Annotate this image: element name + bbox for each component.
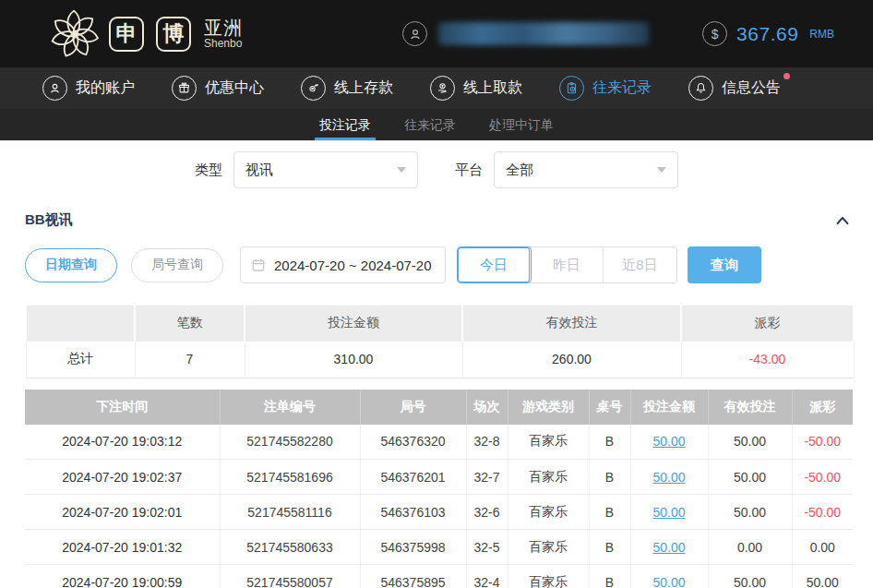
bet-records-table: 下注时间 注单编号 局号 场次 游戏类别 桌号 投注金额 有效投注 派彩 202… (25, 390, 853, 588)
date-query-button[interactable]: 日期查询 (25, 248, 117, 282)
tab-pending-orders[interactable]: 处理中订单 (485, 109, 557, 140)
chevron-down-icon (657, 167, 666, 173)
header-game-type: 游戏类别 (508, 390, 589, 425)
quick-date-segment: 今日 昨日 近8日 (457, 246, 677, 283)
nav-item-promotions[interactable]: 优惠中心 (172, 76, 264, 101)
date-range-input[interactable]: 2024-07-20 ~ 2024-07-20 (240, 246, 446, 283)
cell-session: 32-8 (466, 425, 508, 460)
cell-order-no: 521745581116 (220, 495, 360, 530)
summary-header-valid-bet: 有效投注 (462, 305, 681, 341)
bet-amount-link[interactable]: 50.00 (652, 505, 685, 520)
summary-total-row: 总计 7 310.00 260.00 -43.00 (26, 341, 854, 378)
yesterday-button[interactable]: 昨日 (531, 247, 604, 282)
bet-table-body: 2024-07-20 19:03:12 521745582280 5463763… (25, 425, 853, 588)
balance-currency: RMB (809, 28, 834, 41)
table-row: 2024-07-20 19:01:32 521745580633 5463759… (25, 530, 853, 565)
type-select[interactable]: 视讯 (233, 151, 418, 188)
cell-game-type: 百家乐 (508, 530, 589, 565)
header-bet-time: 下注时间 (25, 390, 220, 425)
table-row: 2024-07-20 19:02:01 521745581116 5463761… (25, 495, 853, 530)
cell-round-no: 546376201 (360, 460, 466, 495)
last-8-days-button[interactable]: 近8日 (604, 247, 676, 282)
deposit-icon (301, 76, 326, 101)
cell-session: 32-4 (466, 565, 508, 588)
logo-char-bo: 博 (156, 17, 191, 52)
cell-table-no: B (589, 460, 630, 495)
summary-valid-bet: 260.00 (462, 341, 681, 378)
balance[interactable]: $ 367.69 RMB (702, 21, 834, 46)
type-label: 类型 (195, 162, 222, 179)
cell-bet-time: 2024-07-20 19:02:01 (25, 495, 220, 530)
cell-payout: 0.00 (792, 530, 853, 565)
nav-item-withdraw[interactable]: 线上取款 (430, 76, 522, 101)
logo-region-en: Shenbo (204, 38, 243, 50)
top-header: 申 博 亚洲 Shenbo $ 367.69 RMB (0, 0, 873, 67)
bet-amount-link[interactable]: 50.00 (652, 540, 685, 555)
nav-label: 线上取款 (463, 78, 522, 98)
gift-icon (172, 76, 197, 101)
cell-payout: -50.00 (792, 425, 853, 460)
nav-label: 我的账户 (76, 78, 135, 98)
platform-select[interactable]: 全部 (494, 151, 678, 188)
nav-item-my-account[interactable]: 我的账户 (42, 76, 135, 101)
date-range-value: 2024-07-20 ~ 2024-07-20 (274, 258, 432, 273)
summary-header-blank (26, 305, 135, 341)
cell-bet-time: 2024-07-20 19:00:59 (25, 565, 220, 588)
platform-select-value: 全部 (506, 162, 533, 179)
header-payout: 派彩 (792, 390, 853, 425)
nav-label: 优惠中心 (205, 78, 264, 98)
summary-total-label: 总计 (26, 341, 135, 378)
cell-table-no: B (589, 565, 630, 588)
nav-item-announcements[interactable]: 信息公告 (688, 76, 781, 101)
user-icon (402, 21, 427, 46)
cell-order-no: 521745581696 (220, 460, 360, 495)
tab-bet-records[interactable]: 投注记录 (316, 109, 375, 140)
cell-order-no: 521745580633 (220, 530, 360, 565)
bet-amount-link[interactable]: 50.00 (652, 470, 685, 485)
tab-transaction-records[interactable]: 往来记录 (401, 109, 460, 140)
cell-bet-amount: 50.00 (630, 530, 708, 565)
cell-table-no: B (589, 425, 630, 460)
summary-count: 7 (135, 341, 245, 378)
records-icon (559, 76, 584, 101)
user-account[interactable] (402, 21, 649, 46)
table-row: 2024-07-20 19:03:12 521745582280 5463763… (25, 425, 853, 460)
nav-item-deposit[interactable]: 线上存款 (301, 76, 393, 101)
cell-order-no: 521745582280 (220, 425, 360, 460)
logo-region: 亚洲 Shenbo (204, 18, 243, 50)
cell-game-type: 百家乐 (508, 495, 589, 530)
cell-bet-time: 2024-07-20 19:03:12 (25, 425, 220, 460)
cell-payout: -50.00 (792, 495, 853, 530)
header-round-no: 局号 (360, 390, 466, 425)
cell-round-no: 546375895 (360, 565, 466, 588)
cell-valid-bet: 50.00 (708, 495, 792, 530)
chevron-down-icon (397, 167, 406, 173)
cell-bet-amount: 50.00 (630, 565, 708, 588)
round-query-button[interactable]: 局号查询 (131, 248, 223, 282)
header-order-no: 注单编号 (220, 390, 360, 425)
cell-bet-time: 2024-07-20 19:02:37 (25, 460, 220, 495)
summary-header-payout: 派彩 (681, 305, 854, 341)
bet-amount-link[interactable]: 50.00 (652, 434, 685, 449)
cell-bet-amount: 50.00 (630, 495, 708, 530)
today-button[interactable]: 今日 (458, 247, 531, 282)
nav-label: 往来记录 (592, 78, 652, 98)
cell-round-no: 546376320 (360, 425, 466, 460)
bb-video-section-header: BB视讯 (25, 211, 851, 229)
bet-amount-link[interactable]: 50.00 (652, 575, 685, 588)
filter-bar: 类型 视讯 平台 全部 (0, 150, 873, 189)
account-icon (42, 76, 67, 101)
cell-round-no: 546376103 (360, 495, 466, 530)
search-button[interactable]: 查询 (688, 246, 761, 283)
summary-table: 笔数 投注金额 有效投注 派彩 总计 7 310.00 260.00 -43.0… (25, 304, 855, 378)
notification-dot (783, 73, 790, 79)
chevron-up-icon[interactable] (834, 214, 851, 227)
cell-payout: 50.00 (792, 565, 853, 588)
nav-item-transaction-records[interactable]: 往来记录 (559, 76, 652, 101)
table-row: 2024-07-20 19:00:59 521745580057 5463758… (25, 565, 853, 588)
summary-bet-amount: 310.00 (245, 341, 462, 378)
summary-header-row: 笔数 投注金额 有效投注 派彩 (26, 305, 854, 341)
summary-header-bet-amount: 投注金额 (245, 305, 462, 341)
dollar-icon: $ (702, 21, 727, 46)
main-nav: 我的账户 优惠中心 线上存款 线上取款 (0, 67, 873, 109)
